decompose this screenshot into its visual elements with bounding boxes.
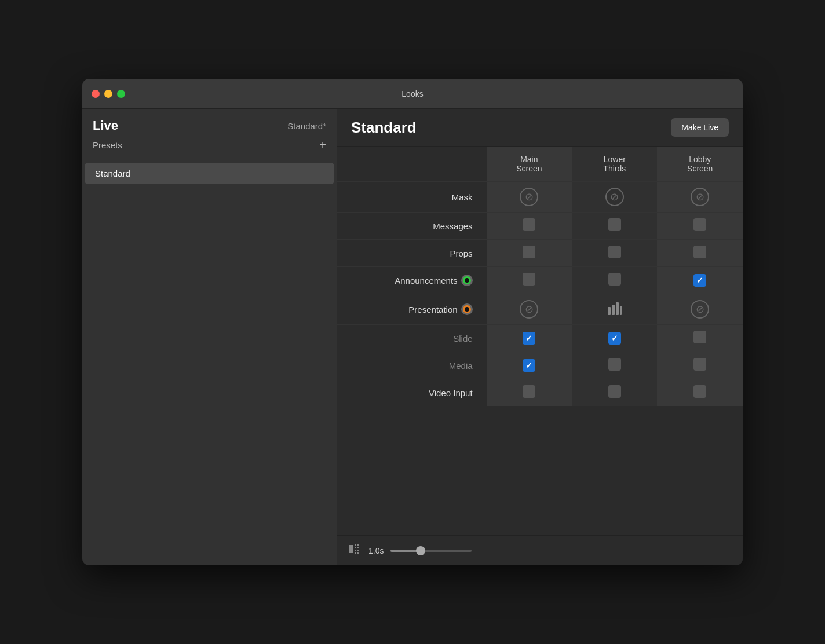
checkbox-unchecked[interactable] xyxy=(608,358,621,371)
row-label-mask: Mask xyxy=(337,182,487,213)
cell-props-main[interactable] xyxy=(487,240,572,267)
checkbox-unchecked[interactable] xyxy=(523,385,535,398)
checkbox-unchecked[interactable] xyxy=(608,246,621,258)
cell-video-input-main[interactable] xyxy=(487,379,572,407)
cell-props-lower[interactable] xyxy=(572,240,657,267)
cell-messages-lower[interactable] xyxy=(572,213,657,240)
add-preset-button[interactable]: + xyxy=(319,139,326,151)
checkbox-unchecked[interactable] xyxy=(523,218,535,231)
minimize-button[interactable] xyxy=(104,90,112,98)
table-area: Main Screen Lower Thirds Lobby Screen Ma… xyxy=(337,147,743,535)
svg-rect-5 xyxy=(355,544,356,546)
sidebar-live-row: Live Standard* xyxy=(93,118,326,133)
slash-icon: ⊘ xyxy=(691,300,709,319)
slash-icon: ⊘ xyxy=(605,188,624,206)
cell-slide-lobby[interactable] xyxy=(657,325,743,352)
checkbox-checked[interactable] xyxy=(693,274,706,287)
svg-rect-6 xyxy=(357,544,359,546)
svg-rect-2 xyxy=(616,302,619,315)
cell-messages-main[interactable] xyxy=(487,213,572,240)
checkbox-unchecked[interactable] xyxy=(693,218,706,231)
col-header-label xyxy=(337,147,487,182)
title-bar: Looks xyxy=(82,79,743,109)
checkbox-checked[interactable] xyxy=(523,359,535,372)
main-panel: Standard Make Live Main Screen Lower Thi… xyxy=(337,109,743,565)
cell-media-lower[interactable] xyxy=(572,352,657,379)
cell-slide-lower[interactable] xyxy=(572,325,657,352)
cell-media-lobby[interactable] xyxy=(657,352,743,379)
sidebar-live-label: Live xyxy=(93,118,118,133)
cell-slide-main[interactable] xyxy=(487,325,572,352)
window-title: Looks xyxy=(401,89,423,98)
row-label-media: Media xyxy=(337,352,487,379)
lower-thirds-header: Lower Thirds xyxy=(603,155,626,173)
checkbox-unchecked[interactable] xyxy=(523,273,535,286)
make-live-button[interactable]: Make Live xyxy=(671,118,729,137)
checkbox-unchecked[interactable] xyxy=(693,331,706,343)
slash-icon: ⊘ xyxy=(520,300,538,319)
svg-rect-10 xyxy=(357,550,359,551)
main-screen-header: Main Screen xyxy=(516,155,542,173)
close-button[interactable] xyxy=(92,90,100,98)
sidebar: Live Standard* Presets + Standard xyxy=(82,109,337,565)
svg-rect-8 xyxy=(357,547,359,548)
checkbox-unchecked[interactable] xyxy=(693,246,706,258)
sidebar-item-standard[interactable]: Standard xyxy=(85,163,334,184)
cell-presentation-main[interactable]: ⊘ xyxy=(487,294,572,325)
checkbox-unchecked[interactable] xyxy=(693,385,706,398)
svg-rect-0 xyxy=(608,307,611,315)
cell-mask-lower[interactable]: ⊘ xyxy=(572,182,657,213)
checkbox-unchecked[interactable] xyxy=(608,273,621,286)
checkbox-unchecked[interactable] xyxy=(523,246,535,258)
cell-announcements-lobby[interactable] xyxy=(657,267,743,294)
cell-props-lobby[interactable] xyxy=(657,240,743,267)
cell-presentation-lower[interactable] xyxy=(572,294,657,325)
checkbox-unchecked[interactable] xyxy=(608,218,621,231)
svg-rect-3 xyxy=(620,306,622,315)
cell-video-input-lower[interactable] xyxy=(572,379,657,407)
row-label-presentation: Presentation xyxy=(337,294,487,325)
checkbox-checked[interactable] xyxy=(523,332,535,345)
sidebar-presets-row: Presets + xyxy=(93,139,326,151)
slash-icon: ⊘ xyxy=(691,188,709,206)
looks-table: Main Screen Lower Thirds Lobby Screen Ma… xyxy=(337,147,743,406)
row-label-props: Props xyxy=(337,240,487,267)
cell-presentation-lobby[interactable]: ⊘ xyxy=(657,294,743,325)
cell-announcements-main[interactable] xyxy=(487,267,572,294)
transition-slider[interactable] xyxy=(390,550,472,552)
maximize-button[interactable] xyxy=(117,90,125,98)
table-row-mask: Mask⊘⊘⊘ xyxy=(337,182,743,213)
bottom-bar: 1.0s xyxy=(337,535,743,565)
slash-icon: ⊘ xyxy=(520,188,538,206)
table-row-announcements: Announcements xyxy=(337,267,743,294)
col-header-main: Main Screen xyxy=(487,147,572,182)
cell-mask-main[interactable]: ⊘ xyxy=(487,182,572,213)
table-row-slide: Slide xyxy=(337,325,743,352)
row-label-messages: Messages xyxy=(337,213,487,240)
checkbox-checked[interactable] xyxy=(608,332,621,345)
sidebar-preset-name: Standard* xyxy=(287,121,326,131)
panel-header: Standard Make Live xyxy=(337,109,743,147)
sidebar-header: Live Standard* Presets + xyxy=(82,109,337,159)
table-row-presentation: Presentation⊘ ⊘ xyxy=(337,294,743,325)
svg-rect-9 xyxy=(355,550,356,551)
sidebar-presets-label: Presets xyxy=(93,140,122,150)
table-row-video-input: Video Input xyxy=(337,379,743,407)
svg-rect-11 xyxy=(355,552,356,554)
green-badge xyxy=(461,275,473,286)
cell-messages-lobby[interactable] xyxy=(657,213,743,240)
checkbox-unchecked[interactable] xyxy=(608,385,621,398)
col-header-lower: Lower Thirds xyxy=(572,147,657,182)
table-row-messages: Messages xyxy=(337,213,743,240)
app-window: Looks Live Standard* Presets + Standard xyxy=(82,79,743,565)
cell-video-input-lobby[interactable] xyxy=(657,379,743,407)
slider-container xyxy=(390,550,731,552)
row-label-video-input: Video Input xyxy=(337,379,487,407)
transition-icon xyxy=(349,544,362,557)
checkbox-unchecked[interactable] xyxy=(693,358,706,371)
svg-rect-12 xyxy=(357,552,359,554)
cell-announcements-lower[interactable] xyxy=(572,267,657,294)
table-row-media: Media xyxy=(337,352,743,379)
cell-media-main[interactable] xyxy=(487,352,572,379)
cell-mask-lobby[interactable]: ⊘ xyxy=(657,182,743,213)
